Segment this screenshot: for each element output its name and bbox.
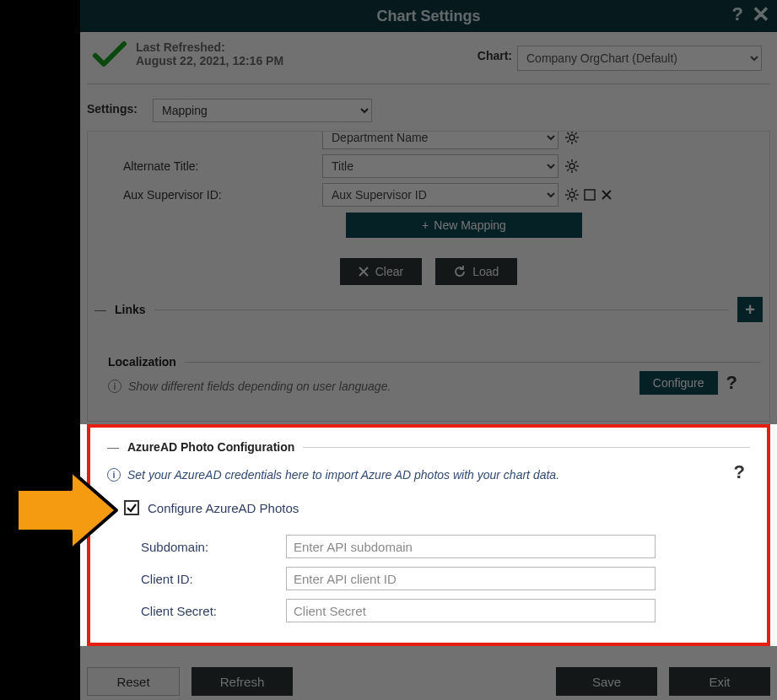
azure-secret-input[interactable] bbox=[286, 599, 656, 622]
azure-clientid-row: Client ID: bbox=[141, 563, 750, 595]
svg-line-23 bbox=[567, 190, 569, 191]
exit-button[interactable]: Exit bbox=[669, 667, 770, 696]
mapping-row-alt-title: Alternate Title: Title bbox=[100, 152, 758, 180]
svg-line-15 bbox=[575, 170, 577, 171]
azure-subdomain-row: Subdomain: bbox=[141, 530, 750, 563]
links-header: — Links + bbox=[94, 299, 763, 320]
localization-actions: Configure ? bbox=[639, 371, 737, 395]
azure-checkbox[interactable] bbox=[124, 500, 139, 515]
mapping-row-actions bbox=[565, 188, 612, 202]
azure-info: i Set your AzureAD credentials here to i… bbox=[107, 468, 750, 482]
localization-title: Localization bbox=[108, 355, 176, 369]
svg-line-14 bbox=[567, 161, 569, 163]
info-icon: i bbox=[108, 380, 121, 393]
links-section: — Links + bbox=[94, 299, 763, 320]
svg-line-25 bbox=[575, 190, 577, 191]
azure-hint: Set your AzureAD credentials here to imp… bbox=[127, 468, 559, 482]
localization-hint: Show different fields depending on user … bbox=[128, 380, 391, 393]
mapping-panel: Division: Department Name Alternate Titl… bbox=[87, 131, 770, 422]
load-button[interactable]: Load bbox=[435, 258, 517, 285]
dialog-title: Chart Settings bbox=[376, 8, 480, 25]
svg-rect-27 bbox=[585, 190, 595, 200]
callout-arrow-icon bbox=[12, 464, 121, 557]
chart-label: Chart: bbox=[478, 49, 512, 62]
square-icon[interactable] bbox=[584, 189, 596, 201]
divider bbox=[303, 447, 750, 448]
svg-line-5 bbox=[567, 132, 569, 134]
svg-line-17 bbox=[567, 170, 569, 171]
azure-subdomain-label: Subdomain: bbox=[141, 540, 286, 554]
gear-icon[interactable] bbox=[565, 188, 579, 202]
mapping-select-division[interactable]: Department Name bbox=[322, 131, 558, 149]
links-add-button[interactable]: + bbox=[737, 297, 763, 322]
dash-icon: — bbox=[107, 440, 119, 454]
svg-point-0 bbox=[569, 135, 575, 140]
refresh-text: Last Refreshed: August 22, 2021, 12:16 P… bbox=[136, 40, 283, 67]
svg-line-6 bbox=[575, 141, 577, 143]
refresh-date: August 22, 2021, 12:16 PM bbox=[136, 54, 283, 67]
gear-icon[interactable] bbox=[565, 131, 579, 144]
svg-line-26 bbox=[567, 198, 569, 200]
gear-icon[interactable] bbox=[565, 159, 579, 173]
azure-header: — AzureAD Photo Configuration bbox=[107, 436, 750, 458]
divider bbox=[185, 362, 761, 363]
refresh-label: Last Refreshed: bbox=[136, 40, 283, 54]
azure-section: — AzureAD Photo Configuration i Set your… bbox=[87, 424, 770, 646]
mapping-select-aux-sup[interactable]: Aux Supervisor ID bbox=[322, 183, 558, 207]
azure-fields: Subdomain: Client ID: Client Secret: bbox=[141, 530, 750, 627]
dialog-container: Chart Settings ? ✕ Last Refreshed: Augus… bbox=[80, 0, 777, 700]
new-mapping-button[interactable]: + New Mapping bbox=[346, 213, 582, 238]
mapping-select-alt-title[interactable]: Title bbox=[322, 154, 558, 178]
refresh-row: Last Refreshed: August 22, 2021, 12:16 P… bbox=[87, 37, 770, 84]
help-icon[interactable]: ? bbox=[734, 461, 745, 483]
mapping-mid-buttons: Clear Load bbox=[88, 258, 769, 285]
mapping-label-aux-sup: Aux Supervisor ID: bbox=[100, 188, 322, 202]
plus-icon: + bbox=[422, 218, 429, 232]
svg-line-8 bbox=[567, 141, 569, 143]
azure-checkbox-label: Configure AzureAD Photos bbox=[148, 501, 299, 515]
settings-select[interactable]: Mapping bbox=[153, 99, 372, 122]
settings-label: Settings: bbox=[87, 102, 138, 116]
svg-point-18 bbox=[569, 192, 575, 197]
svg-line-16 bbox=[575, 161, 577, 163]
title-bar: Chart Settings ? ✕ bbox=[80, 0, 777, 32]
links-title: Links bbox=[115, 303, 146, 316]
azure-inner: — AzureAD Photo Configuration i Set your… bbox=[107, 436, 750, 634]
svg-point-9 bbox=[569, 164, 575, 169]
close-icon[interactable]: ✕ bbox=[752, 7, 770, 22]
configure-button[interactable]: Configure bbox=[639, 371, 718, 395]
mapping-row-aux-sup: Aux Supervisor ID: Aux Supervisor ID bbox=[100, 180, 758, 209]
mapping-label-alt-title: Alternate Title: bbox=[100, 159, 322, 173]
help-icon[interactable]: ? bbox=[732, 3, 743, 25]
mapping-row-actions bbox=[565, 131, 579, 144]
svg-marker-32 bbox=[17, 471, 116, 550]
svg-line-24 bbox=[575, 198, 577, 200]
mapping-row-division: Division: Department Name bbox=[100, 131, 758, 152]
titlebar-controls: ? ✕ bbox=[732, 3, 770, 25]
page-root: Chart Settings ? ✕ Last Refreshed: Augus… bbox=[0, 0, 777, 700]
azure-secret-label: Client Secret: bbox=[141, 604, 286, 618]
clear-button[interactable]: Clear bbox=[340, 258, 422, 285]
localization-section: Localization i Show different fields dep… bbox=[108, 351, 761, 393]
bottom-bar: Reset Refresh Save Exit bbox=[80, 666, 770, 697]
mapping-inner: Division: Department Name Alternate Titl… bbox=[100, 135, 758, 238]
localization-header: Localization bbox=[108, 351, 761, 373]
azure-clientid-input[interactable] bbox=[286, 567, 656, 590]
chart-select[interactable]: Company OrgChart (Default) bbox=[517, 46, 762, 71]
azure-title: AzureAD Photo Configuration bbox=[127, 440, 294, 454]
azure-secret-row: Client Secret: bbox=[141, 595, 750, 627]
azure-checkbox-row[interactable]: Configure AzureAD Photos bbox=[124, 500, 750, 515]
remove-icon[interactable] bbox=[601, 189, 612, 201]
mapping-row-actions bbox=[565, 159, 579, 173]
svg-line-7 bbox=[575, 132, 577, 134]
load-label: Load bbox=[472, 265, 499, 278]
clear-label: Clear bbox=[375, 265, 403, 278]
save-button[interactable]: Save bbox=[556, 667, 657, 696]
refresh-icon bbox=[454, 266, 466, 277]
new-mapping-label: New Mapping bbox=[434, 218, 506, 232]
azure-subdomain-input[interactable] bbox=[286, 535, 656, 558]
help-icon[interactable]: ? bbox=[726, 372, 737, 394]
reset-button[interactable]: Reset bbox=[87, 667, 180, 696]
refresh-button[interactable]: Refresh bbox=[192, 667, 293, 696]
divider bbox=[154, 310, 729, 310]
